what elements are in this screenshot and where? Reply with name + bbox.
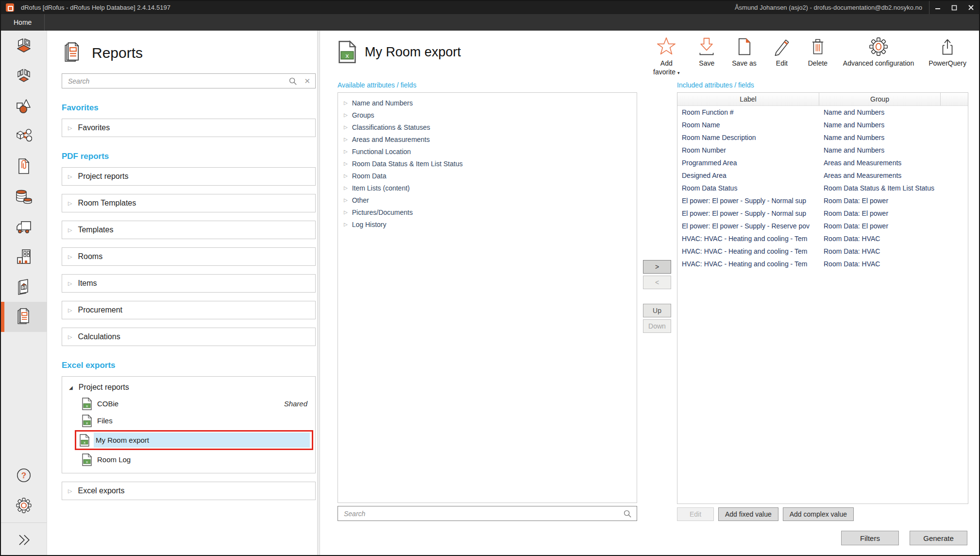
tree-item-cobie[interactable]: COBie Shared [82, 395, 313, 412]
cell-label: El power: El power - Supply - Reserve po… [677, 222, 819, 230]
maximize-button[interactable] [946, 1, 963, 14]
attribute-group-item[interactable]: ▷ Item Lists (content) [338, 182, 637, 194]
sidebar-item-reports[interactable] [1, 302, 47, 332]
sidebar-item-room-templates[interactable] [1, 61, 47, 91]
save-as-button[interactable]: Save as [732, 36, 757, 68]
cell-label: HVAC: HVAC - Heating and cooling - Tem [677, 235, 819, 243]
report-group[interactable]: ▷ Procurement [62, 301, 316, 319]
advanced-configuration-button[interactable]: Advanced configuration [843, 36, 914, 68]
table-row[interactable]: HVAC: HVAC - Heating and cooling - Tem R… [677, 258, 968, 270]
reports-search[interactable]: ✕ [62, 73, 316, 88]
report-group[interactable]: ▷ Room Templates [62, 194, 316, 212]
delete-button[interactable]: Delete [807, 36, 828, 68]
column-header-label[interactable]: Label [677, 93, 819, 105]
table-row[interactable]: El power: El power - Supply - Normal sup… [677, 207, 968, 220]
table-row[interactable]: Designed Area Areas and Measurements [677, 169, 968, 182]
report-group[interactable]: ▷ Items [62, 274, 316, 293]
filters-button[interactable]: Filters [841, 531, 899, 545]
available-attributes-tree: ▷ Name and Numbers ▷ Groups ▷ Clas [338, 92, 637, 503]
close-button[interactable] [963, 1, 979, 14]
table-row[interactable]: HVAC: HVAC - Heating and cooling - Tem R… [677, 245, 968, 258]
attribute-group-item[interactable]: ▷ Room Data [338, 170, 637, 182]
reports-search-input[interactable] [67, 77, 288, 86]
attribute-group-item[interactable]: ▷ Functional Location [338, 145, 637, 157]
table-row[interactable]: HVAC: HVAC - Heating and cooling - Tem R… [677, 232, 968, 245]
report-group[interactable]: ▷ Rooms [62, 247, 316, 266]
sidebar-item-items[interactable] [1, 91, 47, 121]
report-group[interactable]: ▷ Project reports [62, 167, 316, 186]
report-group[interactable]: ▷ Calculations [62, 328, 316, 346]
included-attributes-heading: Included attributes / fields [677, 81, 968, 89]
table-row[interactable]: Programmed Area Areas and Measurements [677, 156, 968, 169]
attribute-group-item[interactable]: ▷ Groups [338, 109, 637, 121]
cell-label: Room Function # [677, 108, 819, 116]
buildings-icon [16, 248, 32, 265]
sidebar-item-documents[interactable] [1, 151, 47, 181]
move-up-button[interactable]: Up [643, 304, 671, 317]
sidebar-item-bim-models[interactable] [1, 272, 47, 302]
report-group-excel-exports[interactable]: ▷ Excel exports [62, 482, 316, 500]
tree-item-my-room-export-selected[interactable]: My Room export [75, 430, 313, 450]
sidebar-item-item-groups[interactable] [1, 121, 47, 151]
add-fixed-value-button[interactable]: Add fixed value [718, 507, 778, 521]
clear-search-icon[interactable]: ✕ [304, 77, 310, 86]
attribute-group-item[interactable]: ▷ Log History [338, 218, 637, 230]
remove-attribute-button[interactable]: < [643, 276, 671, 289]
maximize-icon [951, 5, 957, 11]
table-row[interactable]: Room Number Name and Numbers [677, 144, 968, 156]
cell-group: Name and Numbers [819, 146, 941, 154]
attribute-group-item[interactable]: ▷ Areas and Measurements [338, 133, 637, 145]
sidebar-item-procurement[interactable] [1, 211, 47, 242]
powerquery-button[interactable]: PowerQuery [929, 36, 966, 68]
room-templates-icon [16, 68, 32, 84]
column-header-group[interactable]: Group [819, 93, 941, 105]
edit-value-button[interactable]: Edit [677, 507, 714, 521]
edit-button[interactable]: Edit [771, 36, 793, 68]
sidebar-item-buildings[interactable] [1, 242, 47, 272]
search-icon[interactable] [623, 509, 632, 518]
tree-item-room-log[interactable]: Room Log [82, 451, 313, 468]
generate-button[interactable]: Generate [910, 531, 967, 545]
sidebar-item-help[interactable]: ? [1, 460, 47, 490]
save-button[interactable]: Save [696, 36, 717, 68]
move-down-button[interactable]: Down [643, 319, 671, 333]
menu-separator [44, 14, 45, 31]
table-row[interactable]: Room Data Status Room Data Status & Item… [677, 182, 968, 194]
column-header-extra[interactable] [941, 93, 968, 105]
sidebar-item-settings[interactable] [1, 490, 47, 521]
table-row[interactable]: Room Name Description Name and Numbers [677, 131, 968, 144]
attribute-group-item[interactable]: ▷ Room Data Status & Item List Status [338, 157, 637, 170]
table-row[interactable]: Room Function # Name and Numbers [677, 106, 968, 119]
sidebar-item-database[interactable] [1, 181, 47, 211]
cell-label: Room Number [677, 146, 819, 154]
add-attribute-button[interactable]: > [643, 260, 671, 274]
attribute-group-item[interactable]: ▷ Classifications & Statuses [338, 121, 637, 133]
sidebar-item-rooms[interactable] [1, 31, 47, 61]
attribute-group-item[interactable]: ▷ Other [338, 194, 637, 206]
gear-icon [868, 36, 889, 57]
table-row[interactable]: El power: El power - Supply - Normal sup… [677, 194, 968, 207]
attribute-group-item[interactable]: ▷ Name and Numbers [338, 97, 637, 109]
report-title: My Room export [365, 45, 461, 60]
minimize-button[interactable] [929, 1, 946, 14]
add-favorite-button[interactable]: Add favorite ▾ [651, 36, 681, 76]
table-row[interactable]: El power: El power - Supply - Reserve po… [677, 220, 968, 232]
cell-label: HVAC: HVAC - Heating and cooling - Tem [677, 260, 819, 268]
cell-group: Room Data: HVAC [819, 247, 941, 255]
app-logo-icon [6, 3, 14, 12]
table-row[interactable]: Room Name Name and Numbers [677, 119, 968, 131]
svg-text:?: ? [21, 471, 26, 480]
tree-node-project-reports[interactable]: ◢ Project reports [63, 380, 313, 395]
app-window: dRofus [dRofus - dRofus Help Database] 2… [0, 0, 980, 556]
attributes-search[interactable] [338, 506, 637, 521]
attribute-group-item[interactable]: ▷ Pictures/Documents [338, 206, 637, 218]
add-complex-value-button[interactable]: Add complex value [783, 507, 854, 521]
search-icon[interactable] [288, 77, 297, 86]
attributes-search-input[interactable] [343, 509, 623, 518]
tree-item-files[interactable]: Files [82, 412, 313, 429]
report-group-favorites[interactable]: ▷ Favorites [62, 119, 316, 137]
report-group[interactable]: ▷ Templates [62, 221, 316, 239]
menu-home[interactable]: Home [1, 14, 44, 31]
sidebar-expand-button[interactable] [1, 525, 47, 555]
collapsed-arrow-icon: ▷ [344, 137, 348, 142]
